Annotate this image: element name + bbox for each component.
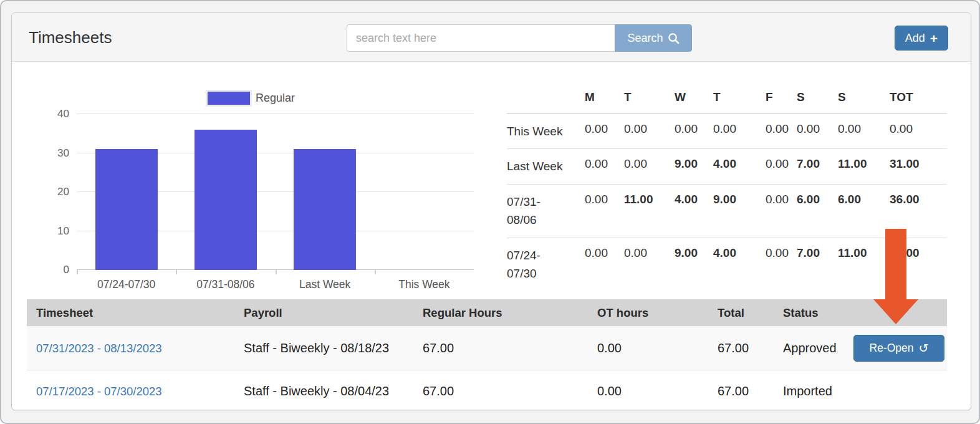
week-cell: 0.00 — [713, 113, 766, 149]
x-tick — [375, 270, 376, 274]
ot-hours-cell: 0.00 — [588, 384, 708, 398]
week-cell: 4.00 — [713, 149, 766, 184]
week-row: This Week0.000.000.000.000.000.000.000.0… — [507, 113, 947, 149]
add-button[interactable]: Add + — [895, 26, 948, 51]
timesheets-card: Timesheets Search Add + Regular 01020304… — [11, 12, 971, 410]
x-tick-label: 07/24-07/30 — [77, 278, 176, 291]
ts-col-ot-hours: OT hours — [588, 306, 708, 320]
week-cell: 0.00 — [797, 113, 838, 149]
search-icon — [668, 32, 680, 44]
search-button-label: Search — [627, 32, 663, 45]
timesheet-row: 07/31/2023 - 08/13/2023Staff - Biweekly … — [27, 326, 947, 370]
timesheet-row: 07/17/2023 - 07/30/2023Staff - Biweekly … — [27, 370, 947, 410]
chart-legend: Regular — [208, 92, 295, 105]
week-col-S: S — [797, 85, 838, 113]
reopen-button-label: Re-Open — [870, 342, 914, 355]
week-cell: 7.00 — [797, 149, 838, 184]
x-tick-label: This Week — [375, 278, 474, 291]
week-row-label: Last Week — [507, 149, 585, 184]
week-cell: 11.00 — [838, 149, 890, 184]
x-tick-label: Last Week — [276, 278, 375, 291]
ts-col-regular-hours: Regular Hours — [413, 306, 588, 320]
y-tick-label: 20 — [26, 186, 69, 198]
total-cell: 67.00 — [708, 384, 774, 398]
timesheet-table-header: TimesheetPayrollRegular HoursOT hoursTot… — [27, 299, 947, 326]
week-cell: 0.00 — [766, 184, 797, 238]
timesheets-page: Timesheets Search Add + Regular 01020304… — [0, 0, 980, 424]
week-row-label: 07/31-08/06 — [507, 184, 585, 238]
timesheet-period-link[interactable]: 07/31/2023 - 08/13/2023 — [36, 342, 162, 355]
bar-Last Week — [294, 149, 356, 270]
payroll-cell: Staff - Biweekly - 08/04/23 — [234, 384, 413, 398]
week-cell: 9.00 — [713, 184, 766, 238]
week-cell: 4.00 — [713, 238, 766, 291]
ts-col-timesheet: Timesheet — [27, 306, 234, 320]
search-input[interactable] — [347, 24, 615, 52]
week-cell: 0.00 — [624, 238, 675, 291]
week-cell: 11.00 — [624, 184, 675, 238]
week-row: 07/24-07/300.000.009.004.000.007.0011.00… — [507, 238, 947, 291]
page-title: Timesheets — [29, 28, 112, 47]
week-cell: 0.00 — [766, 149, 797, 184]
week-row-label: 07/24-07/30 — [507, 238, 585, 291]
add-button-label: Add — [905, 32, 925, 45]
plus-icon: + — [930, 32, 938, 45]
week-cell: 4.00 — [675, 184, 713, 238]
y-tick-label: 30 — [26, 147, 69, 160]
regular-hours-cell: 67.00 — [413, 341, 588, 355]
ts-col-status: Status — [774, 306, 853, 320]
week-cell: 0.00 — [585, 113, 624, 149]
week-cell: 0.00 — [838, 113, 890, 149]
reopen-button[interactable]: Re-Open↺ — [853, 335, 944, 362]
ts-col-total: Total — [708, 306, 774, 320]
week-col-empty — [507, 85, 585, 113]
y-tick-label: 0 — [26, 264, 69, 276]
week-cell: 7.00 — [797, 238, 838, 291]
week-cell: 9.00 — [675, 149, 713, 184]
search-group: Search — [347, 24, 692, 52]
week-col-T: T — [713, 85, 766, 113]
x-tick — [176, 270, 177, 274]
ts-col-payroll: Payroll — [234, 306, 413, 320]
ot-hours-cell: 0.00 — [588, 341, 708, 355]
y-tick-label: 40 — [26, 108, 69, 120]
week-col-T: T — [624, 85, 675, 113]
week-cell: 0.00 — [766, 113, 797, 149]
weekly-table-header: MTWTFSSTOT — [507, 85, 947, 113]
week-cell: 0.00 — [624, 113, 675, 149]
total-cell: 67.00 — [708, 341, 774, 355]
status-cell: Approved — [774, 341, 853, 355]
week-col-S: S — [838, 85, 890, 113]
card-header: Timesheets Search Add + — [12, 13, 971, 62]
bar-07/24-07/30 — [95, 149, 158, 270]
week-cell: 0.00 — [766, 238, 797, 291]
week-cell: 0.00 — [890, 113, 947, 149]
x-tick — [276, 270, 277, 274]
week-row-label: This Week — [507, 113, 585, 149]
week-cell: 6.00 — [797, 184, 838, 238]
week-col-W: W — [675, 85, 713, 113]
undo-icon: ↺ — [919, 341, 929, 355]
week-col-F: F — [766, 85, 797, 113]
bar-07/31-08/06 — [195, 130, 257, 270]
week-cell: 11.00 — [838, 238, 890, 291]
legend-label: Regular — [256, 92, 295, 105]
week-cell: 31.00 — [890, 238, 947, 291]
week-col-TOT: TOT — [890, 85, 947, 113]
timesheet-period-link[interactable]: 07/17/2023 - 07/30/2023 — [36, 385, 162, 398]
search-button[interactable]: Search — [615, 24, 692, 52]
status-cell: Imported — [774, 384, 853, 398]
x-tick-label: 07/31-08/06 — [176, 278, 275, 291]
week-row: Last Week0.000.009.004.000.007.0011.0031… — [507, 149, 947, 184]
payroll-cell: Staff - Biweekly - 08/18/23 — [234, 341, 413, 355]
x-tick — [77, 270, 78, 274]
week-col-M: M — [585, 85, 624, 113]
regular-hours-cell: 67.00 — [413, 384, 588, 398]
week-row: 07/31-08/060.0011.004.009.000.006.006.00… — [507, 184, 947, 238]
week-cell: 36.00 — [890, 184, 947, 238]
week-cell: 0.00 — [585, 184, 624, 238]
timesheet-table: TimesheetPayrollRegular HoursOT hoursTot… — [27, 299, 947, 410]
week-cell: 0.00 — [585, 149, 624, 184]
week-cell: 0.00 — [675, 113, 713, 149]
bar-chart — [77, 114, 474, 270]
